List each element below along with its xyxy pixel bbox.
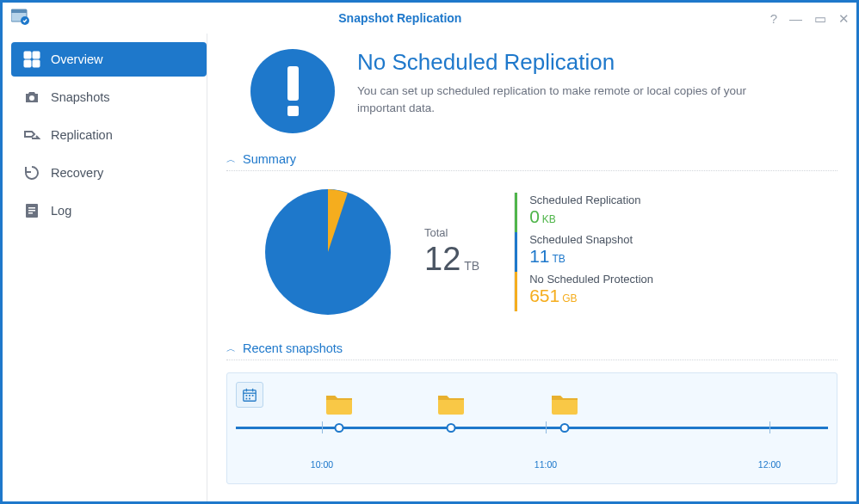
svg-rect-19 xyxy=(252,395,254,396)
svg-rect-6 xyxy=(33,60,40,67)
sidebar-item-label: Recovery xyxy=(51,166,103,180)
svg-rect-1 xyxy=(11,9,27,13)
snapshot-marker[interactable] xyxy=(335,423,344,433)
stat-unit: TB xyxy=(553,253,565,265)
chevron-up-icon: ︿ xyxy=(226,342,236,355)
stat-unit: KB xyxy=(542,213,556,225)
content-area: No Scheduled Replication You can set up … xyxy=(207,34,856,501)
snapshot-point[interactable] xyxy=(434,392,468,415)
svg-rect-9 xyxy=(28,207,35,209)
svg-rect-11 xyxy=(28,212,33,214)
folder-icon xyxy=(325,392,353,415)
tick xyxy=(769,421,770,433)
sidebar-item-replication[interactable]: Replication xyxy=(11,118,207,152)
svg-rect-20 xyxy=(246,398,248,400)
section-title: Summary xyxy=(243,152,296,166)
replication-icon xyxy=(23,126,40,144)
stat-label: No Scheduled Protection xyxy=(529,273,653,286)
snapshot-marker[interactable] xyxy=(560,423,570,433)
minimize-button[interactable]: — xyxy=(789,12,802,25)
camera-icon xyxy=(23,89,40,106)
folder-icon xyxy=(551,392,578,415)
svg-point-7 xyxy=(29,95,34,101)
sidebar: Overview Snapshots Replication Recovery xyxy=(3,34,207,501)
stat-scheduled-replication: Scheduled Replication 0KB xyxy=(515,193,653,232)
total-unit: TB xyxy=(464,259,479,273)
titlebar: Snapshot Replication ? — ▭ ✕ xyxy=(3,3,856,34)
chevron-up-icon: ︿ xyxy=(226,153,236,166)
timeline: 10:00 11:00 12:00 xyxy=(226,372,837,484)
total-value: 12 xyxy=(424,241,460,277)
pie-chart xyxy=(250,183,405,321)
section-title: Recent snapshots xyxy=(243,341,343,355)
hero-title: No Scheduled Replication xyxy=(357,49,762,76)
close-button[interactable]: ✕ xyxy=(838,12,850,25)
window-title: Snapshot Replication xyxy=(30,11,770,25)
app-window: Snapshot Replication ? — ▭ ✕ Overview Sn… xyxy=(0,0,859,504)
svg-rect-5 xyxy=(24,60,31,67)
sidebar-item-snapshots[interactable]: Snapshots xyxy=(11,80,207,114)
stat-value: 0 xyxy=(529,206,540,226)
timeline-axis xyxy=(236,427,828,429)
hero-body: You can set up scheduled replication to … xyxy=(357,83,762,118)
time-label: 11:00 xyxy=(535,459,557,470)
svg-rect-21 xyxy=(249,398,250,400)
time-label: 12:00 xyxy=(758,459,781,470)
stat-label: Scheduled Snapshot xyxy=(529,233,653,246)
sidebar-item-log[interactable]: Log xyxy=(11,194,207,228)
snapshot-marker[interactable] xyxy=(447,423,456,433)
summary-toggle[interactable]: ︿ Summary xyxy=(226,147,837,171)
stat-label: Scheduled Replication xyxy=(529,194,653,206)
sidebar-item-recovery[interactable]: Recovery xyxy=(11,156,207,190)
tick xyxy=(322,421,323,433)
stats-list: Scheduled Replication 0KB Scheduled Snap… xyxy=(514,193,653,311)
snapshot-point[interactable] xyxy=(547,392,582,415)
svg-rect-18 xyxy=(249,395,250,396)
app-icon xyxy=(11,8,30,28)
time-label: 10:00 xyxy=(311,459,333,470)
sidebar-item-label: Snapshots xyxy=(51,90,110,104)
stat-scheduled-snapshot: Scheduled Snapshot 11TB xyxy=(515,232,653,272)
log-icon xyxy=(23,202,40,219)
calendar-button[interactable] xyxy=(236,382,263,408)
window-body: Overview Snapshots Replication Recovery xyxy=(3,34,856,501)
maximize-button[interactable]: ▭ xyxy=(814,12,826,25)
sidebar-item-label: Log xyxy=(51,204,71,218)
svg-rect-10 xyxy=(28,210,35,212)
overview-icon xyxy=(23,51,40,68)
recovery-icon xyxy=(23,164,40,181)
sidebar-item-label: Overview xyxy=(51,52,102,66)
sidebar-item-label: Replication xyxy=(51,128,113,142)
summary-row: Total 12TB Scheduled Replication 0KB Sch… xyxy=(226,183,837,321)
svg-rect-4 xyxy=(33,52,40,58)
stat-value: 651 xyxy=(529,286,559,305)
alert-icon xyxy=(250,49,335,133)
snapshot-point[interactable] xyxy=(322,392,356,415)
total-label: Total xyxy=(424,226,479,239)
folder-icon xyxy=(437,392,465,415)
tick xyxy=(546,421,547,433)
svg-rect-3 xyxy=(24,52,31,58)
stat-no-protection: No Scheduled Protection 651GB xyxy=(515,272,653,311)
hero-banner: No Scheduled Replication You can set up … xyxy=(226,49,837,133)
stat-unit: GB xyxy=(562,292,577,304)
stat-value: 11 xyxy=(529,246,549,266)
total-block: Total 12TB xyxy=(424,226,479,278)
sidebar-item-overview[interactable]: Overview xyxy=(11,42,207,77)
help-button[interactable]: ? xyxy=(770,12,777,25)
recent-toggle[interactable]: ︿ Recent snapshots xyxy=(226,336,837,360)
svg-rect-17 xyxy=(246,395,248,396)
